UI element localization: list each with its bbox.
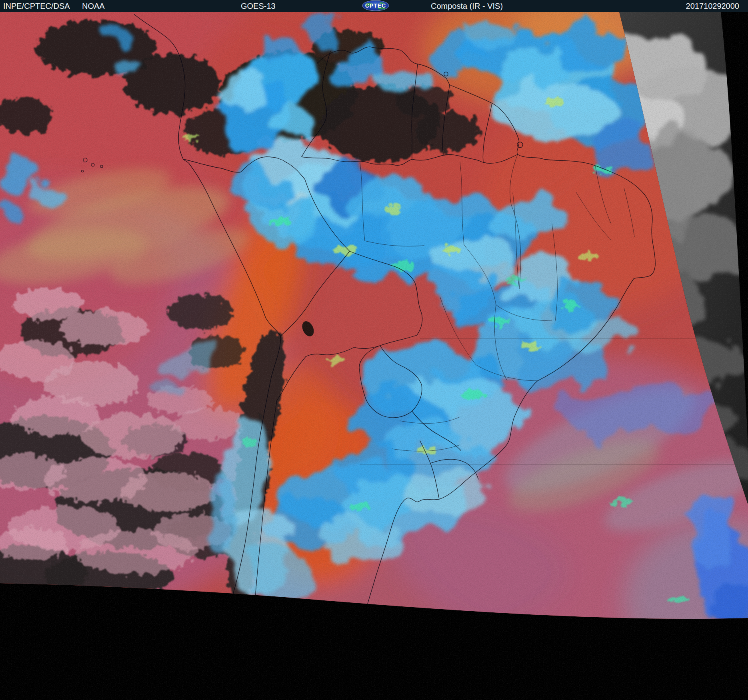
- title-bar: INPE/CPTEC/DSA NOAA GOES-13 CPTEC Compos…: [0, 0, 748, 12]
- satellite-image: [0, 12, 748, 700]
- satellite-label: GOES-13: [241, 0, 276, 12]
- grain-overlay-dark: [0, 12, 748, 700]
- agency-label: INPE/CPTEC/DSA: [3, 0, 70, 12]
- noaa-label: NOAA: [82, 0, 105, 12]
- goes13-composite-screenshot: INPE/CPTEC/DSA NOAA GOES-13 CPTEC Compos…: [0, 0, 748, 700]
- timestamp-label: 201710292000: [686, 0, 739, 12]
- cptec-logo: CPTEC: [362, 0, 389, 11]
- satellite-composite-canvas: [0, 12, 748, 700]
- cptec-logo-text: CPTEC: [365, 2, 386, 9]
- product-label: Composta (IR - VIS): [431, 0, 503, 12]
- cptec-logo-icon: CPTEC: [362, 0, 389, 11]
